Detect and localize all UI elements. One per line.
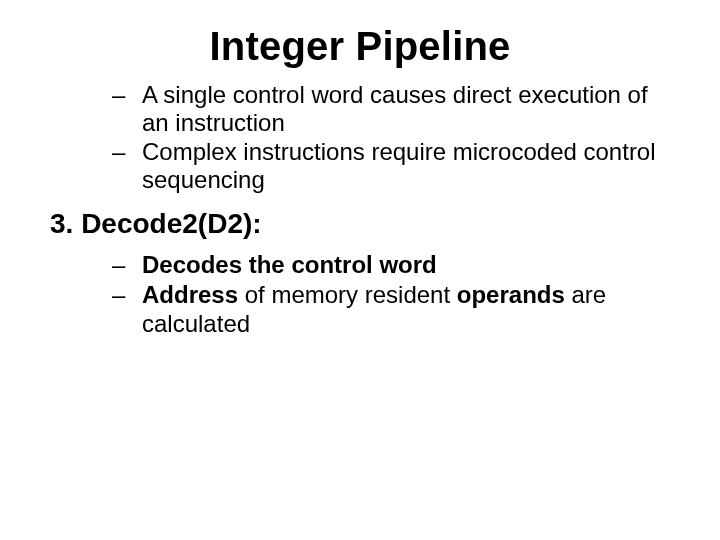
bottom-bullet-list: Decodes the control word Address of memo… <box>50 250 670 338</box>
bullet-text: of memory resident <box>238 281 457 308</box>
bullet-text: Decodes the control word <box>142 251 437 278</box>
page-title: Integer Pipeline <box>50 24 670 69</box>
bullet-item: Address of memory resident operands are … <box>112 280 670 339</box>
section-heading: 3. Decode2(D2): <box>50 208 670 240</box>
bullet-item: Decodes the control word <box>112 250 670 279</box>
bullet-text-bold: operands <box>457 281 565 308</box>
slide: Integer Pipeline A single control word c… <box>0 0 720 540</box>
bullet-item: A single control word causes direct exec… <box>112 81 670 138</box>
top-bullet-list: A single control word causes direct exec… <box>50 81 670 194</box>
bullet-item: Complex instructions require microcoded … <box>112 138 670 195</box>
bullet-text-bold: Address <box>142 281 238 308</box>
